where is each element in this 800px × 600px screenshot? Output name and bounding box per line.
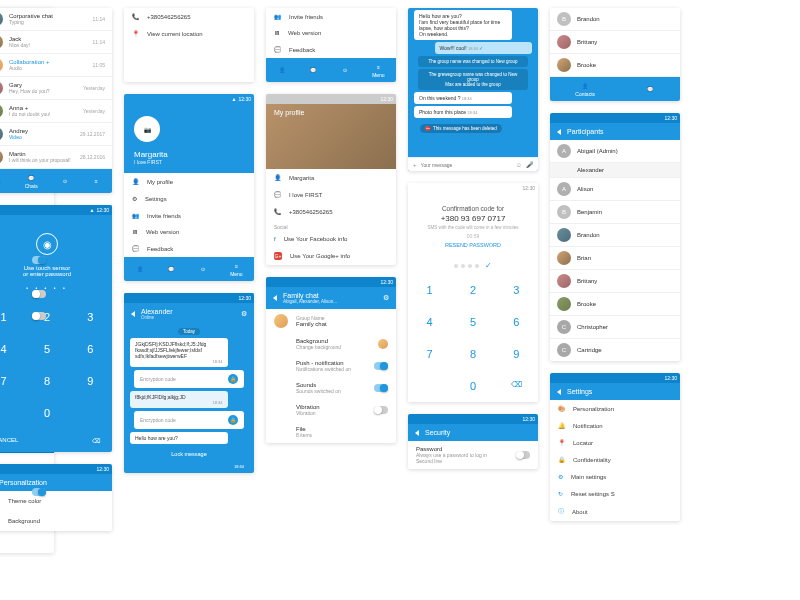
user-icon: 👤 bbox=[274, 174, 281, 181]
alexander-chat-screen: 12:30 AlexanderOnline⚙ Today JGkjDSFfj:K… bbox=[124, 293, 254, 473]
toggle[interactable] bbox=[32, 256, 46, 264]
menu-invite[interactable]: 👥Invite friends bbox=[124, 207, 254, 224]
back-icon[interactable] bbox=[131, 311, 135, 317]
contacts-partial: BBrandon Brittany Brooke 👤Contacts💬 bbox=[550, 8, 680, 101]
resend-button[interactable]: RESEND PASSWORD bbox=[416, 242, 530, 248]
invite-icon: 👥 bbox=[132, 212, 139, 219]
check-icon: ✓ bbox=[485, 261, 492, 270]
feedback-icon: 💬 bbox=[274, 46, 281, 53]
chats-screen: Corporative chatTyping11:14 JackNice day… bbox=[0, 8, 112, 193]
camera-icon[interactable]: 📷 bbox=[134, 116, 160, 142]
menu-feedback[interactable]: 💬Feedback bbox=[124, 240, 254, 257]
tab-contacts[interactable]: 👤 bbox=[0, 177, 2, 186]
participants-screen: 12:30 Participants AAbigail (Admin) Alex… bbox=[550, 113, 680, 361]
palette-icon: 🎨 bbox=[558, 405, 565, 412]
chat-row[interactable]: JackNice day!11:14 bbox=[0, 31, 112, 54]
menu-small: 👥Invite friends 🖥Web version 💬Feedback 👤… bbox=[266, 8, 396, 82]
message-input[interactable] bbox=[421, 162, 512, 168]
backspace-icon[interactable]: ⌫ bbox=[92, 437, 100, 444]
group-avatar bbox=[274, 314, 288, 328]
margarita-menu-screen: ▲12:30 📷 Margarita I love FIRST 👤My prof… bbox=[124, 94, 254, 281]
info-icon: 💬 bbox=[274, 191, 281, 198]
toggle[interactable] bbox=[32, 290, 46, 298]
chat-row[interactable]: AndreyVideo29.12.2017 bbox=[0, 123, 112, 146]
phone-icon: 📞 bbox=[132, 13, 139, 20]
gear-icon: ⚙ bbox=[132, 195, 137, 202]
personalization-screen: 12:30 Personalization Theme color Backgr… bbox=[0, 464, 112, 531]
message-input-bar: + ☺ 🎤 bbox=[408, 157, 538, 171]
settings-notification[interactable]: 🔔Notification bbox=[550, 417, 680, 434]
lock-icon: 🔒 bbox=[228, 415, 238, 425]
settings-main[interactable]: ⚙Main settings bbox=[550, 468, 680, 485]
back-icon[interactable] bbox=[415, 430, 419, 436]
chat-row[interactable]: Anna +I do not doubt you!Yesterday bbox=[0, 100, 112, 123]
emoji-icon[interactable]: ☺ bbox=[516, 162, 522, 168]
web-icon: 🖥 bbox=[132, 229, 138, 235]
settings-personalization[interactable]: 🎨Personalization bbox=[550, 400, 680, 417]
profile-photo[interactable]: My profile bbox=[266, 104, 396, 169]
reset-icon: ↻ bbox=[558, 490, 563, 497]
tab-chats[interactable]: 💬Chats bbox=[25, 173, 38, 189]
settings-screen: 12:30 Settings 🎨Personalization 🔔Notific… bbox=[550, 373, 680, 521]
bell-icon: 🔔 bbox=[558, 422, 565, 429]
settings-confidentiality[interactable]: 🔒Confidentiality bbox=[550, 451, 680, 468]
google-icon: G+ bbox=[274, 252, 282, 260]
group-chat-screen: Hello how are you? I'am find very beauti… bbox=[408, 8, 538, 171]
my-profile-screen: 12:30 My profile 👤Margarita 💬I love FIRS… bbox=[266, 94, 396, 265]
info-icon: ⓘ bbox=[558, 507, 564, 516]
bottom-nav: 👤 💬Chats ⊙ ≡ bbox=[0, 169, 112, 193]
cancel-button[interactable]: CANCEL bbox=[0, 437, 18, 444]
facebook-icon: f bbox=[274, 236, 276, 242]
settings-locator[interactable]: 📍Locator bbox=[550, 434, 680, 451]
fingerprint-icon[interactable]: ◉ bbox=[36, 233, 58, 255]
back-icon[interactable] bbox=[557, 129, 561, 135]
settings-reset[interactable]: ↻Reset settings S bbox=[550, 485, 680, 502]
confirmation-screen: 12:30 Confirmation code for +380 93 697 … bbox=[408, 183, 538, 402]
location-icon: 📍 bbox=[132, 30, 139, 37]
web-icon: 🖥 bbox=[274, 30, 280, 36]
back-icon[interactable] bbox=[273, 295, 277, 301]
lock-message-button[interactable]: Lock message bbox=[134, 447, 244, 461]
toggle[interactable] bbox=[32, 488, 46, 496]
mic-icon[interactable]: 🎤 bbox=[526, 161, 533, 168]
chat-row[interactable]: MartinI will think on your proposal!28.1… bbox=[0, 146, 112, 169]
profile-info-screen: 📞+380546256265 📍View current location bbox=[124, 8, 254, 82]
gear-icon[interactable]: ⚙ bbox=[241, 310, 247, 318]
toggle[interactable] bbox=[374, 406, 388, 414]
family-chat-settings: 12:30 Family chatAbigail, Alexander, Ali… bbox=[266, 277, 396, 443]
chat-row[interactable]: Collaboration +Audio11:05 bbox=[0, 54, 112, 77]
backspace-icon[interactable]: ⌫ bbox=[495, 370, 538, 402]
settings-about[interactable]: ⓘAbout bbox=[550, 502, 680, 521]
menu-settings[interactable]: ⚙Settings bbox=[124, 190, 254, 207]
toggle[interactable] bbox=[374, 362, 388, 370]
touch-lock-screen: ▲12:30 ◉ Use touch sensor or enter passw… bbox=[0, 205, 112, 452]
menu-web[interactable]: 🖥Web version bbox=[124, 224, 254, 240]
error-icon: ⛔ bbox=[425, 126, 431, 131]
menu-my-profile[interactable]: 👤My profile bbox=[124, 173, 254, 190]
phone-icon: 📞 bbox=[274, 208, 281, 215]
back-icon[interactable] bbox=[557, 389, 561, 395]
gear-icon: ⚙ bbox=[558, 473, 563, 480]
toggle[interactable] bbox=[516, 451, 530, 459]
location-icon: 📍 bbox=[558, 439, 565, 446]
tab-cam[interactable]: ⊙ bbox=[60, 177, 69, 186]
tab-menu[interactable]: ≡ bbox=[92, 177, 101, 186]
feedback-icon: 💬 bbox=[132, 245, 139, 252]
attach-icon[interactable]: + bbox=[413, 162, 417, 168]
header: Personalization bbox=[0, 474, 112, 491]
security-screen: 12:30 Security PasswordAlways use a pass… bbox=[408, 414, 538, 469]
invite-icon: 👥 bbox=[274, 13, 281, 20]
chat-row[interactable]: GaryHey, How do you?Yesterday bbox=[0, 77, 112, 100]
toggle[interactable] bbox=[374, 384, 388, 392]
toggle[interactable] bbox=[32, 312, 46, 320]
user-icon: 👤 bbox=[132, 178, 139, 185]
lock-icon: 🔒 bbox=[228, 374, 238, 384]
lock-icon: 🔒 bbox=[558, 456, 565, 463]
chat-header: AlexanderOnline⚙ bbox=[124, 303, 254, 325]
chat-row[interactable]: Corporative chatTyping11:14 bbox=[0, 8, 112, 31]
gear-icon[interactable]: ⚙ bbox=[383, 294, 389, 302]
